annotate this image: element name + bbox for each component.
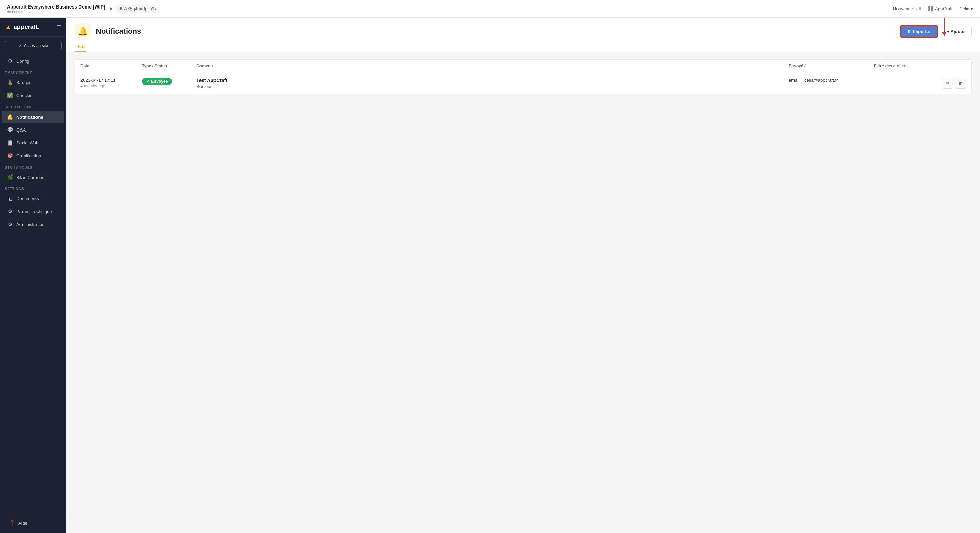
sidebar-footer: ❓ Aide [0, 513, 67, 533]
page-header: 🔔 Notifications ⬆ Importer + Ajouter [67, 18, 980, 52]
content-area: Date Type / Status Contenu Envoyé à Filt… [67, 52, 980, 533]
checkin-icon: ✅ [7, 92, 13, 98]
nouveautes-button[interactable]: Nouveautés [893, 6, 921, 11]
sidebar-item-param-technique[interactable]: ⚙ Param. Technique [2, 205, 64, 217]
param-technique-icon: ⚙ [7, 208, 13, 214]
section-label-statistiques: STATISTIQUES [0, 162, 67, 171]
tab-liste[interactable]: Liste [75, 42, 86, 52]
logo-icon: ▲ [5, 23, 11, 31]
dot-indicator [919, 8, 921, 10]
sidebar-item-social-wall[interactable]: 📋 Social Wall [2, 136, 64, 149]
project-subtitle: do not touch yet [7, 10, 105, 14]
notifications-table: Date Type / Status Contenu Envoyé à Filt… [75, 60, 972, 94]
annotation-arrow [944, 18, 945, 36]
sidebar-item-label: Q&A [16, 127, 25, 133]
delete-button[interactable]: 🗑 [955, 78, 966, 89]
sidebar-item-checkin[interactable]: ✅ Checkin [2, 89, 64, 102]
page-icon: 🔔 [75, 23, 91, 40]
col-header-envoye: Envoyé à [783, 60, 869, 73]
page-header-top: 🔔 Notifications ⬆ Importer + Ajouter [75, 23, 972, 40]
page-title: Notifications [96, 27, 141, 36]
cell-actions: ✏ 🗑 [937, 73, 972, 94]
access-site-button[interactable]: ↗ Accès au site [5, 41, 62, 51]
main-content: 🔔 Notifications ⬆ Importer + Ajouter [67, 18, 980, 533]
sidebar-item-label: Checkin [16, 93, 32, 98]
sidebar-item-label: Aide [18, 521, 27, 526]
project-dropdown-button[interactable]: ▾ [110, 5, 112, 12]
importer-button[interactable]: ⬆ Importer [900, 25, 938, 38]
content-body: Bonjour [196, 84, 778, 89]
administration-icon: ⚙ [7, 221, 13, 227]
cell-date: 2023-04-17 17:11 4 months ago [75, 73, 137, 94]
social-wall-icon: 📋 [7, 140, 13, 146]
appcraft-link[interactable]: AppCraft [928, 6, 952, 11]
sidebar-item-qa[interactable]: 💬 Q&A [2, 124, 64, 136]
sidebar-logo: ▲ appcraft. ☰ [0, 18, 67, 37]
cell-content: Test AppCraft Bonjour [191, 73, 783, 94]
aide-icon: ❓ [9, 520, 15, 526]
gamification-icon: 🎯 [7, 153, 13, 159]
date-primary: 2023-04-17 17:11 [81, 78, 131, 83]
col-header-type: Type / Status [137, 60, 191, 73]
sidebar-item-label: Bilan Carbone [16, 175, 45, 180]
sidebar-item-administration[interactable]: ⚙ Administration [2, 218, 64, 230]
sidebar-item-config[interactable]: ⚙ Config [2, 55, 64, 67]
sidebar-item-label: Administration [16, 222, 45, 227]
sidebar-item-notifications[interactable]: 🔔 Notifications [2, 111, 64, 123]
page-tabs: Liste [75, 42, 972, 52]
row-actions: ✏ 🗑 [942, 78, 966, 89]
col-header-contenu: Contenu [191, 60, 783, 73]
qa-icon: 💬 [7, 127, 13, 133]
col-header-actions [937, 60, 972, 73]
sidebar-item-label: Documents [16, 196, 39, 201]
hash-icon: # [120, 6, 122, 11]
check-circle-icon: ✓ [146, 79, 150, 84]
topbar-right: Nouveautés AppCraft Célia ▾ [893, 6, 973, 11]
section-label-settings: SETTINGS [0, 184, 67, 192]
sidebar-toggle[interactable]: ☰ [56, 24, 62, 31]
external-link-icon: ↗ [18, 43, 22, 48]
sidebar-item-label: Badges [16, 80, 31, 85]
sidebar-item-label: Config [16, 59, 29, 64]
col-header-filtre: Filtre des ateliers [869, 60, 937, 73]
sidebar-item-badges[interactable]: 🏅 Badges [2, 76, 64, 89]
badges-icon: 🏅 [7, 79, 13, 86]
table-row: 2023-04-17 17:11 4 months ago ✓ Envoyée [75, 73, 972, 94]
sidebar-item-gamification[interactable]: 🎯 Gamification [2, 150, 64, 162]
cell-filtre [869, 73, 937, 94]
user-menu[interactable]: Célia ▾ [959, 6, 973, 11]
date-relative: 4 months ago [81, 84, 131, 88]
content-title: Test AppCraft [196, 78, 778, 83]
sidebar-item-aide[interactable]: ❓ Aide [4, 517, 62, 529]
sidebar-item-bilan-carbone[interactable]: 🌿 Bilan Carbone [2, 171, 64, 183]
edit-button[interactable]: ✏ [942, 78, 953, 89]
config-icon: ⚙ [7, 58, 13, 64]
page-title-text: Notifications [96, 27, 141, 36]
chevron-down-icon: ▾ [971, 6, 973, 11]
cell-type: ✓ Envoyée [137, 73, 191, 94]
bilan-carbone-icon: 🌿 [7, 174, 13, 180]
documents-icon: 🖨 [7, 196, 13, 201]
section-label-emargement: EMARGEMENT [0, 67, 67, 76]
topbar-left: Appcraft Everywhere Business Demo [WIP] … [7, 4, 160, 14]
upload-icon: ⬆ [907, 29, 911, 34]
sidebar-item-label: Social Wall [16, 140, 38, 146]
hash-id: # AX5q49xBpjlp9x [116, 5, 160, 13]
sidebar-item-label: Param. Technique [16, 209, 52, 214]
page-actions: ⬆ Importer + Ajouter [900, 25, 972, 38]
page-title-row: 🔔 Notifications [75, 23, 141, 40]
topbar-project-info: Appcraft Everywhere Business Demo [WIP] … [7, 4, 105, 14]
notifications-table-container: Date Type / Status Contenu Envoyé à Filt… [75, 59, 972, 94]
topbar: Appcraft Everywhere Business Demo [WIP] … [0, 0, 980, 18]
grid-icon [928, 6, 933, 11]
sidebar-item-documents[interactable]: 🖨 Documents [2, 192, 64, 205]
logo: ▲ appcraft. [5, 23, 40, 31]
section-label-interaction: INTERACTION [0, 102, 67, 110]
sidebar-item-label: Gamification [16, 153, 41, 159]
col-header-date: Date [75, 60, 137, 73]
sidebar: ▲ appcraft. ☰ ↗ Accès au site ⚙ Config E… [0, 18, 67, 533]
project-name: Appcraft Everywhere Business Demo [WIP] [7, 4, 105, 10]
sidebar-item-label: Notifications [16, 114, 43, 120]
cell-sent-to: email = celia@appcraft.fr [783, 73, 869, 94]
notifications-icon: 🔔 [7, 114, 13, 120]
